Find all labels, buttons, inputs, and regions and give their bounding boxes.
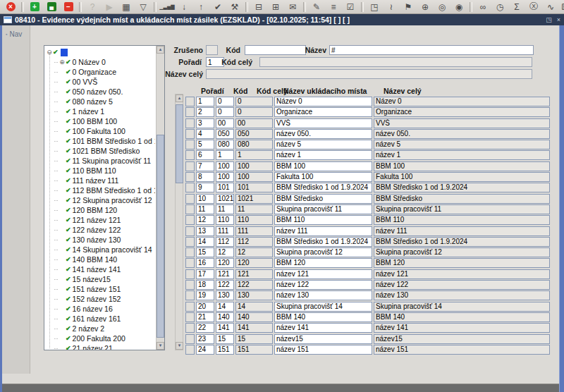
tree-item[interactable]: ✔ 050 název 050.: [54, 87, 155, 97]
save-icon[interactable]: ▄: [44, 1, 59, 13]
cell-poradi[interactable]: 16: [196, 258, 214, 268]
cell-poradi[interactable]: 12: [196, 215, 214, 225]
row-selector-cell[interactable]: [185, 215, 195, 225]
cell-nazev[interactable]: BBM 120: [274, 258, 372, 268]
scroll-down-icon[interactable]: ▼: [176, 342, 183, 350]
cell-kod[interactable]: 120: [216, 258, 234, 268]
cell-nazev[interactable]: Fakulta 100: [274, 172, 372, 182]
tree-item[interactable]: ✔ 100 BBM 100: [54, 116, 155, 126]
cell-nazev[interactable]: BBM Středisko 1 od 1.9.2024: [274, 237, 372, 247]
sort-descending-icon[interactable]: ↓: [176, 1, 192, 13]
expand-toggle-icon[interactable]: ⊕: [59, 59, 66, 66]
tree-item[interactable]: ✔ 2 název 2: [54, 324, 155, 333]
tree-item[interactable]: ✔ 122 název 122: [54, 225, 155, 235]
row-selector-cell[interactable]: [185, 280, 195, 290]
tree-item[interactable]: ✔ 21 název 21: [54, 343, 155, 350]
cell-poradi[interactable]: 13: [196, 226, 214, 236]
cell-nazev[interactable]: BBM 100: [274, 161, 372, 171]
tree-item[interactable]: ✔ 101 BBM Středisko 1 od 1.9.2024: [54, 136, 155, 146]
cell-poradi[interactable]: 4: [196, 129, 214, 139]
cell-kod[interactable]: 141: [216, 323, 234, 333]
row-selector-cell[interactable]: [185, 302, 195, 312]
cell-kod[interactable]: 00: [216, 118, 234, 128]
add-icon[interactable]: +: [27, 1, 42, 13]
row-selector-cell[interactable]: [185, 150, 195, 160]
cell-kod[interactable]: 111: [216, 226, 234, 236]
tree-item[interactable]: ✔ 161 název 161: [54, 314, 155, 324]
cell-poradi[interactable]: 8: [196, 172, 214, 182]
tree-item[interactable]: ✔ 140 BBM 140: [54, 255, 155, 264]
cell-poradi[interactable]: 5: [196, 140, 214, 149]
attachment-icon[interactable]: ≀: [384, 1, 399, 13]
row-selector-cell[interactable]: [185, 334, 195, 344]
cell-kod[interactable]: 15: [216, 334, 234, 344]
cell-kod[interactable]: 11: [216, 204, 234, 214]
cell-kod[interactable]: 12: [216, 247, 234, 257]
tree-item[interactable]: ✔ 112 BBM Středisko 1 od 1.9.2024: [54, 185, 155, 195]
cell-kod[interactable]: 0: [216, 107, 234, 117]
tree-item[interactable]: ✔ 121 název 121: [54, 215, 155, 225]
tree-item[interactable]: ✔ 200 Fakulta 200: [54, 333, 155, 343]
row-selector-cell[interactable]: [185, 183, 195, 192]
tools-icon[interactable]: ⚒: [227, 1, 243, 13]
tree-item[interactable]: ✔ 120 BBM 120: [54, 205, 155, 215]
tree-item[interactable]: ✔ 111 název 111: [54, 176, 155, 185]
row-selector-cell[interactable]: [185, 290, 195, 300]
export-data-icon[interactable]: ⓧ: [526, 1, 541, 13]
checklist-icon[interactable]: ☑: [343, 1, 358, 13]
cell-kod[interactable]: 122: [216, 280, 234, 290]
cell-nazev[interactable]: název 1: [274, 150, 372, 160]
cell-poradi[interactable]: 6: [196, 150, 214, 160]
cell-kod[interactable]: 0: [216, 97, 234, 106]
cell-kod[interactable]: 151: [216, 345, 234, 355]
eye-icon[interactable]: ◉: [451, 1, 467, 13]
cell-kod[interactable]: 112: [216, 237, 234, 247]
scroll-down-icon[interactable]: ▼: [157, 342, 164, 350]
row-selector-cell[interactable]: [185, 312, 195, 322]
cell-nazev[interactable]: název 121: [274, 269, 372, 279]
tree-root-item[interactable]: ⊖ ✔: [46, 47, 155, 57]
glasses-icon[interactable]: ∞: [475, 1, 491, 13]
cell-nazev[interactable]: BBM Středisko: [274, 194, 372, 204]
globe-icon[interactable]: ⊕: [417, 1, 433, 13]
cell-nazev[interactable]: název 5: [274, 140, 372, 149]
cell-poradi[interactable]: 18: [196, 280, 214, 290]
row-selector-cell[interactable]: [185, 204, 195, 214]
cell-nazev[interactable]: Skupina pracovišť 11: [274, 204, 372, 214]
cell-kod[interactable]: 14: [216, 302, 234, 312]
cell-poradi[interactable]: 2: [196, 107, 214, 117]
cell-nazev[interactable]: Název 0: [274, 97, 372, 106]
cell-nazev[interactable]: Organizace: [274, 107, 372, 117]
cell-poradi[interactable]: 24: [196, 345, 214, 355]
calendar-icon[interactable]: ▦: [118, 1, 134, 13]
tree-item[interactable]: ✔ 14 Skupina pracovišť 14: [54, 245, 155, 255]
cell-kod[interactable]: 1: [216, 150, 234, 160]
detach-window-icon[interactable]: ◳: [367, 1, 382, 13]
close-window-icon[interactable]: ×: [557, 16, 560, 23]
tree-item[interactable]: ✔ 1021 BBM Středisko: [54, 146, 155, 156]
run-icon[interactable]: ▶: [102, 1, 117, 13]
cell-poradi[interactable]: 7: [196, 161, 214, 171]
tree-item[interactable]: ✔ 080 název 5: [54, 97, 155, 106]
row-selector-cell[interactable]: [185, 140, 195, 149]
table-scrollbar[interactable]: ▲ ▼: [175, 94, 183, 350]
cell-nazev[interactable]: Skupina pracovišť 12: [274, 247, 372, 257]
tree-item[interactable]: ✔ 151 název 151: [54, 284, 155, 294]
tree-item[interactable]: ✔ 12 Skupina pracovišť 12: [54, 195, 155, 205]
tree-item[interactable]: ✔ 16 název 16: [54, 304, 155, 314]
filter-icon[interactable]: ▽: [135, 1, 151, 13]
tree-item[interactable]: ✔ 141 název 141: [54, 264, 155, 274]
row-selector-cell[interactable]: [185, 97, 195, 106]
cell-poradi[interactable]: 22: [196, 323, 214, 333]
cell-kod[interactable]: 140: [216, 312, 234, 322]
cell-nazev[interactable]: název 141: [274, 323, 372, 333]
statistics-icon[interactable]: ▁▃▅▇: [159, 1, 175, 13]
sum-icon[interactable]: Σ: [509, 1, 525, 13]
cell-nazev[interactable]: název 111: [274, 226, 372, 236]
print-preview-icon[interactable]: ⊞: [268, 1, 283, 13]
row-selector-cell[interactable]: [185, 323, 195, 333]
cell-kod[interactable]: 050: [216, 129, 234, 139]
cell-nazev[interactable]: název 122: [274, 280, 372, 290]
cell-kod[interactable]: 080: [216, 140, 234, 149]
cell-kod[interactable]: 100: [216, 172, 234, 182]
